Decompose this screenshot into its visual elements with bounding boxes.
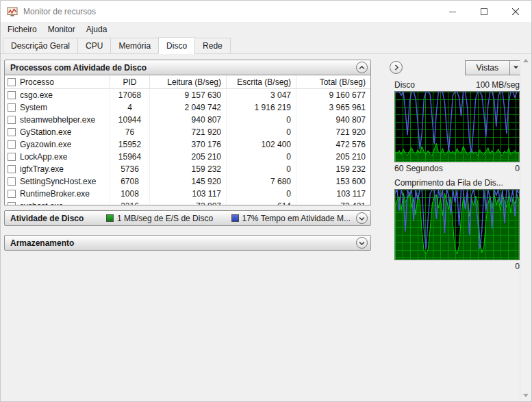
views-split-button[interactable]: Vistas	[465, 60, 522, 75]
process-name: steamwebhelper.exe	[20, 115, 95, 125]
chevron-up-icon	[359, 66, 365, 70]
expand-disk-activity-button[interactable]	[356, 212, 368, 224]
process-pid: 15964	[110, 151, 150, 163]
tab-disco[interactable]: Disco	[158, 37, 195, 54]
scroll-up-button[interactable]	[520, 55, 531, 66]
process-name: GyStation.exe	[20, 127, 71, 137]
process-read: 103 117	[150, 188, 227, 200]
disk-graph-title: Disco	[394, 80, 415, 90]
row-checkbox[interactable]	[8, 128, 16, 136]
process-read: 940 807	[150, 114, 227, 126]
collapse-graphs-button[interactable]	[390, 61, 403, 74]
table-row[interactable]: Gyazowin.exe15952370 176102 400472 576	[5, 138, 370, 151]
process-table-body: csgo.exe170689 157 6303 0479 160 677Syst…	[5, 89, 370, 205]
table-row[interactable]: LockApp.exe15964205 2100205 210	[5, 151, 370, 163]
process-table-header: Processo PID Leitura (B/seg) Escrita (B/…	[5, 75, 370, 89]
window-title: Monitor de recursos	[23, 7, 96, 16]
table-row[interactable]: RuntimeBroker.exe1008103 1170103 117	[5, 188, 370, 200]
table-row[interactable]: SettingSyncHost.exe6708145 9207 680153 6…	[5, 175, 370, 188]
scroll-down-button[interactable]	[520, 390, 531, 401]
column-header-pid[interactable]: PID	[110, 75, 150, 88]
storage-header: Armazenamento	[4, 235, 371, 251]
table-row[interactable]: GyStation.exe76721 9200721 920	[5, 126, 370, 138]
close-button[interactable]	[500, 1, 531, 22]
chevron-down-icon	[514, 66, 518, 69]
process-read: 159 232	[150, 163, 227, 175]
minimize-button[interactable]	[437, 1, 468, 22]
process-name: LockApp.exe	[20, 152, 67, 162]
row-checkbox[interactable]	[8, 153, 16, 161]
disk-activity-header: Atividade de Disco 1 MB/seg de E/S de Di…	[4, 210, 371, 226]
process-total: 205 210	[296, 151, 370, 163]
arrow-down-icon	[523, 394, 529, 397]
process-total: 103 117	[296, 188, 370, 200]
close-icon	[512, 8, 519, 15]
table-row[interactable]: steamwebhelper.exe10944940 8070940 807	[5, 114, 370, 126]
table-row[interactable]: svchost.exe221672 80761473 421	[5, 200, 370, 205]
row-checkbox[interactable]	[8, 202, 16, 205]
row-checkbox[interactable]	[8, 177, 16, 186]
y-min-label: 0	[515, 262, 520, 271]
process-write: 1 916 219	[227, 101, 296, 114]
vertical-scrollbar[interactable]	[520, 55, 531, 401]
tab-rede[interactable]: Rede	[194, 38, 231, 54]
process-total: 153 600	[296, 175, 370, 188]
tab-cpu[interactable]: CPU	[77, 38, 111, 54]
views-button-label[interactable]: Vistas	[466, 61, 509, 75]
column-header-processo[interactable]: Processo	[5, 75, 110, 88]
select-all-checkbox[interactable]	[8, 78, 16, 86]
process-pid: 1008	[110, 188, 150, 200]
process-total: 940 807	[296, 114, 370, 126]
resource-monitor-window: Monitor de recursos FicheiroMonitorAjuda…	[0, 0, 532, 402]
maximize-button[interactable]	[468, 1, 500, 22]
disk-activity-title: Atividade de Disco	[10, 214, 106, 223]
blue-legend-swatch-icon	[231, 214, 239, 222]
column-label: Processo	[20, 77, 54, 87]
processes-panel-title: Processos com Atividade de Disco	[10, 63, 147, 73]
disk-queue-graph	[394, 189, 520, 260]
minimize-icon	[449, 8, 456, 15]
disk-graph-scale: 100 MB/seg	[476, 80, 520, 90]
process-write: 0	[227, 188, 296, 200]
process-read: 72 807	[150, 200, 227, 205]
process-pid: 76	[110, 126, 150, 138]
row-checkbox[interactable]	[8, 116, 16, 124]
process-total: 721 920	[296, 126, 370, 138]
table-row[interactable]: igfxTray.exe5736159 2320159 232	[5, 163, 370, 175]
resource-monitor-icon	[7, 6, 18, 17]
row-checkbox[interactable]	[8, 103, 16, 112]
table-row[interactable]: csgo.exe170689 157 6303 0479 160 677	[5, 89, 370, 101]
chevron-down-icon	[359, 216, 365, 221]
tab-descrição-geral[interactable]: Descrição Geral	[3, 38, 78, 54]
collapse-processes-button[interactable]	[356, 62, 368, 73]
process-read: 2 049 742	[150, 101, 227, 114]
menu-item-ajuda[interactable]: Ajuda	[81, 23, 113, 36]
row-checkbox[interactable]	[8, 140, 16, 149]
green-legend-swatch-icon	[106, 214, 114, 222]
titlebar: Monitor de recursos	[1, 1, 531, 22]
tab-memória[interactable]: Memória	[110, 38, 159, 54]
process-total: 159 232	[296, 163, 370, 175]
row-checkbox[interactable]	[8, 91, 16, 99]
caption-buttons	[437, 1, 531, 22]
chevron-right-icon	[394, 64, 398, 71]
expand-storage-button[interactable]	[356, 237, 368, 249]
menu-bar: FicheiroMonitorAjuda	[1, 22, 531, 36]
tab-strip: Descrição GeralCPUMemóriaDiscoRede	[1, 36, 531, 54]
left-column: Processos com Atividade de Disco Process…	[4, 60, 371, 251]
row-checkbox[interactable]	[8, 165, 16, 173]
table-row[interactable]: System42 049 7421 916 2193 965 961	[5, 101, 370, 114]
row-checkbox[interactable]	[8, 190, 16, 198]
process-pid: 15952	[110, 138, 150, 151]
menu-item-ficheiro[interactable]: Ficheiro	[2, 23, 42, 36]
process-name: RuntimeBroker.exe	[20, 189, 90, 199]
column-header-write[interactable]: Escrita (B/seg)	[227, 75, 296, 88]
process-name: svchost.exe	[20, 201, 63, 205]
chevron-down-icon	[359, 241, 365, 245]
menu-item-monitor[interactable]: Monitor	[42, 23, 81, 36]
process-total: 73 421	[296, 200, 370, 205]
column-header-total[interactable]: Total (B/seg)	[296, 75, 370, 88]
column-header-read[interactable]: Leitura (B/seg)	[150, 75, 227, 88]
process-name: Gyazowin.exe	[20, 140, 71, 149]
storage-title: Armazenamento	[10, 238, 106, 248]
